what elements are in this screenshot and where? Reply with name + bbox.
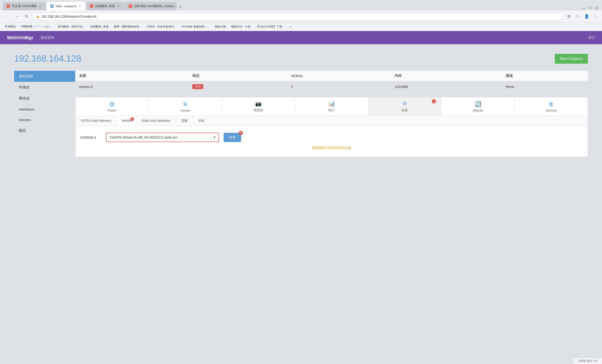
bookmark-4[interactable]: 在线翻译_有道 xyxy=(88,24,110,29)
action-tab-stats[interactable]: 📊 统计 xyxy=(295,97,368,116)
settings-badge: 1 xyxy=(432,99,436,104)
stats-icon: 📊 xyxy=(328,101,335,107)
bookmark-10[interactable]: 【Linux三剑客】下架... xyxy=(254,24,287,29)
bookmark-5[interactable]: 微博 - 随时随地发现... xyxy=(112,24,143,29)
cdrom-label: CDROM 1 xyxy=(80,135,101,139)
tab-2-close[interactable]: ✕ xyxy=(78,4,82,8)
status-bar: CSDN @王 \./\/ xyxy=(573,358,602,364)
bookmark-6[interactable]: CSDN - 专业开发者社... xyxy=(145,24,178,29)
tab-2-label: VMs - centos-8 xyxy=(55,4,76,8)
tab-3[interactable]: U 在线翻译_有道 ✕ xyxy=(86,2,124,10)
minimize-button[interactable]: — xyxy=(581,6,586,10)
action-tab-power[interactable]: ⏻ Power xyxy=(75,97,149,116)
action-tab-access[interactable]: 🖥 Access xyxy=(149,97,222,116)
vm-memory: 1024MB xyxy=(391,81,502,92)
sidebar-item-interfaces[interactable]: Interfaces xyxy=(14,104,75,115)
page-title-row: 192.168.164.128 New Instance xyxy=(14,54,588,64)
bookmark-button[interactable]: ☆ xyxy=(574,13,581,20)
tab-4[interactable]: C (2条消息) kvm虚拟化_A pana... ✕ xyxy=(125,2,177,10)
tab-3-close[interactable]: ✕ xyxy=(117,4,121,8)
more-bookmarks[interactable]: » xyxy=(288,25,293,29)
sidebar-item-secrets[interactable]: Secrets xyxy=(14,115,75,125)
sidebar-item-network[interactable]: 网络池 xyxy=(14,93,75,104)
bookmark-8-label: 我的订购 xyxy=(215,25,226,29)
address-bar[interactable]: 🔒 192.168.164.128/instance/1/centos-8/ xyxy=(32,13,563,20)
vm-name: centos-8 xyxy=(75,81,189,92)
content-layout: 虚机实例 存储池 网络池 Interfaces Secrets 概览 xyxy=(14,71,588,157)
tab-1-label: 写文章-CSDN博客 xyxy=(12,4,37,8)
sub-tab-disks[interactable]: Disks and Networks xyxy=(136,116,176,126)
vm-description: None xyxy=(502,81,588,92)
snapshot-icon: 📷 xyxy=(255,101,261,107)
more-bookmarks-label: » xyxy=(290,25,291,28)
forward-button[interactable]: → xyxy=(13,13,20,20)
bookmark-3[interactable]: 菜鸟教程 - 学的不仅... xyxy=(56,24,87,29)
sub-tab-xml-label: XML xyxy=(198,119,205,122)
bookmark-8[interactable]: 我的订购 xyxy=(213,24,228,29)
main-content: 192.168.164.128 New Instance 虚机实例 存储池 网络… xyxy=(0,44,602,166)
sidebar-item-vms[interactable]: 虚机实例 xyxy=(14,71,75,82)
stats-label: 统计 xyxy=(329,108,335,112)
cdrom-select-wrap: CentOS-Stream-8-x86_64-20201211-dvd1.iso… xyxy=(106,133,219,142)
logout-link[interactable]: 退出 xyxy=(588,35,595,39)
migrate-icon: 🔄 xyxy=(475,101,481,107)
sidebar: 虚机实例 存储池 网络池 Interfaces Secrets 概览 xyxy=(14,71,75,157)
destroy-icon: 🗑 xyxy=(549,101,554,107)
app-header: WebVirtMgr 基础架构 退出 xyxy=(0,31,602,44)
status-badge: 关闭 xyxy=(192,84,203,89)
col-vcpus: VCPUs xyxy=(287,71,391,81)
browser-frame: C 写文章-CSDN博客 ✕ V VMs - centos-8 ✕ U 在线翻译… xyxy=(0,0,602,364)
sidebar-item-network-label: 网络池 xyxy=(19,96,29,100)
tab-1-close[interactable]: ✕ xyxy=(39,4,42,8)
add-tab-button[interactable]: + xyxy=(177,4,184,10)
sub-tab-vcpu[interactable]: VCPU's and Memory xyxy=(75,116,117,126)
table-row: centos-8 关闭 2 1024MB None xyxy=(75,81,588,92)
access-label: Access xyxy=(180,109,190,112)
new-instance-button[interactable]: New Instance xyxy=(555,54,588,64)
power-icon: ⏻ xyxy=(109,101,115,107)
sub-tab-xml[interactable]: XML xyxy=(193,116,210,126)
tab-1[interactable]: C 写文章-CSDN博客 ✕ xyxy=(3,2,46,10)
sub-tab-media-label: Media xyxy=(122,119,131,122)
access-icon: 🖥 xyxy=(183,101,188,107)
nav-link-infra[interactable]: 基础架构 xyxy=(41,35,54,40)
sidebar-item-interfaces-label: Interfaces xyxy=(19,107,34,111)
vm-table: 名称 状态 VCPUs 内存 描述 centos-8 关闭 xyxy=(75,71,588,92)
bookmark-10-label: 【Linux三剑客】下架... xyxy=(256,25,285,29)
sidebar-item-overview[interactable]: 概览 xyxy=(14,125,75,136)
security-icon: 🔒 xyxy=(36,15,40,18)
bookmark-9[interactable]: 我的关注 - 斗鱼 xyxy=(229,24,253,29)
action-tab-settings[interactable]: 1 ⚙ 设置 xyxy=(368,97,441,116)
bookmark-7[interactable]: zFrontier 装备前线 - ... xyxy=(180,24,211,29)
tab-2-favicon: V xyxy=(50,4,54,8)
close-window-button[interactable]: ✕ xyxy=(594,6,599,10)
action-tab-migrate[interactable]: 🔄 Migrate xyxy=(441,97,515,116)
media-section: CDROM 1 CentOS-Stream-8-x86_64-20201211-… xyxy=(75,126,588,157)
main-panel: 名称 状态 VCPUs 内存 描述 centos-8 关闭 xyxy=(75,71,588,157)
sidebar-item-storage[interactable]: 存储池 xyxy=(14,82,75,93)
bookmark-1[interactable]: 常用网址 xyxy=(3,24,18,29)
cdrom-select[interactable]: CentOS-Stream-8-x86_64-20201211-dvd1.iso xyxy=(106,133,219,142)
back-button[interactable]: ← xyxy=(3,13,10,20)
action-tab-snapshot[interactable]: 📷 快照池 xyxy=(222,97,295,116)
connect-button[interactable]: 连接 xyxy=(224,133,241,142)
nav-bar: ← → ↻ 🔒 192.168.164.128/instance/1/cento… xyxy=(0,10,602,22)
bookmark-2[interactable]: 哔哩哔哩（＊ ° ）つロ ... xyxy=(19,24,54,29)
tab-3-favicon: U xyxy=(90,4,93,8)
bookmark-3-label: 菜鸟教程 - 学的不仅... xyxy=(58,25,85,29)
extensions-button[interactable]: ⚙ xyxy=(565,13,572,20)
snapshot-label: 快照池 xyxy=(254,108,263,112)
bookmark-7-label: zFrontier 装备前线 - ... xyxy=(182,25,210,29)
tab-2[interactable]: V VMs - centos-8 ✕ xyxy=(47,2,85,10)
restore-button[interactable]: ☐ xyxy=(588,6,593,10)
sub-tabs: VCPU's and Memory Media 2 Disks and Netw… xyxy=(75,116,588,126)
settings-browser-button[interactable]: ⋮ xyxy=(592,13,599,20)
action-tab-destroy[interactable]: 🗑 Destroy xyxy=(515,97,588,116)
reload-button[interactable]: ↻ xyxy=(22,13,30,20)
tab-bar: C 写文章-CSDN博客 ✕ V VMs - centos-8 ✕ U 在线翻译… xyxy=(0,0,602,10)
sub-tab-media[interactable]: Media 2 xyxy=(117,116,136,126)
sub-tab-clone[interactable]: 克隆 xyxy=(176,116,193,126)
settings-label: 设置 xyxy=(402,108,408,112)
col-desc: 描述 xyxy=(502,71,588,81)
profile-button[interactable]: 👤 xyxy=(583,13,590,20)
